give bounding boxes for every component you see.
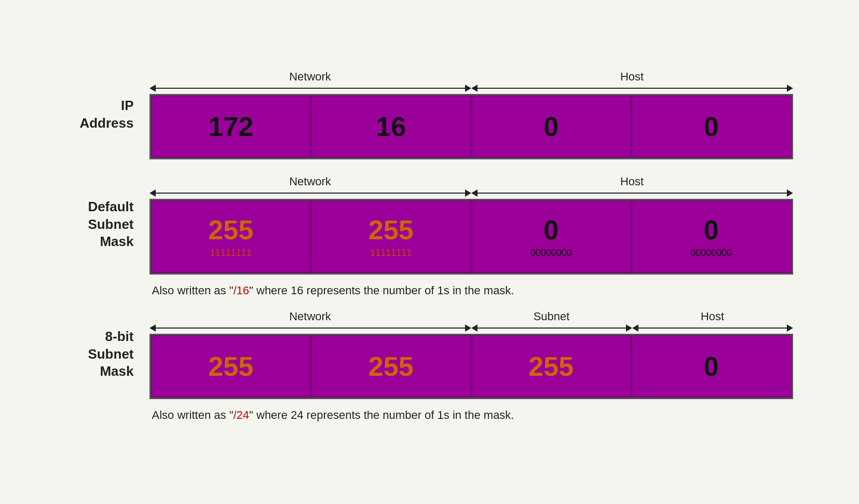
subnet-value-3: 0 <box>543 214 558 246</box>
host-label-2: Host <box>620 175 644 188</box>
8bit-box-4: 0 <box>631 335 792 398</box>
subnet-value-2: 255 <box>369 214 414 246</box>
8bit-arrow-row: Network Subnet <box>149 310 793 332</box>
8bit-host-arrow <box>632 324 793 332</box>
subnet-network-arrow <box>149 189 471 197</box>
arrow-right-5 <box>465 324 471 332</box>
8bit-boxes: 255 255 255 0 <box>149 334 793 399</box>
arrow-right-1 <box>465 85 471 92</box>
arrow-left-4 <box>471 189 478 197</box>
ip-box-2: 16 <box>311 96 471 158</box>
ip-value-1: 172 <box>208 111 253 142</box>
arrow-shaft-6 <box>478 328 626 329</box>
8bit-value-4: 0 <box>704 351 719 382</box>
network-label-2: Network <box>289 175 331 188</box>
ip-value-2: 16 <box>376 111 406 142</box>
note-text-1: Also written as "/16" where 16 represent… <box>149 284 514 297</box>
8bit-box-1: 255 <box>151 335 311 398</box>
subnet-label-3: Subnet <box>534 310 570 323</box>
8bit-subnet-row: 8-bitSubnetMask Network Subnet <box>66 310 793 399</box>
subnet-binary-2: 11111111 <box>370 248 412 258</box>
subnet-binary-3: 00000000 <box>530 248 572 258</box>
ip-box-3: 0 <box>471 96 632 158</box>
subnet-binary-4: 00000000 <box>690 248 732 258</box>
network-arrow-seg: Network <box>149 70 471 92</box>
8bit-subnet-arrow <box>471 324 632 332</box>
default-subnet-label: DefaultSubnetMask <box>66 198 149 251</box>
ip-address-row: IPAddress Network Host <box>66 70 793 159</box>
arrow-shaft-4 <box>478 193 787 194</box>
arrow-shaft-1 <box>156 88 465 89</box>
subnet-network-arrow-seg: Network <box>149 175 471 197</box>
subnet-arrow-row: Network Host <box>149 175 793 197</box>
8bit-value-3: 255 <box>528 351 574 382</box>
8bit-subnet-label: 8-bitSubnetMask <box>66 328 149 380</box>
arrow-left-1 <box>149 85 156 92</box>
arrow-left-7 <box>632 324 638 332</box>
subnet-box-2: 255 11111111 <box>311 200 471 273</box>
ip-value-3: 0 <box>543 111 558 142</box>
8bit-box-2: 255 <box>311 335 471 398</box>
arrow-right-2 <box>787 85 793 92</box>
ip-address-diagram: Network Host <box>149 70 793 159</box>
arrow-left-3 <box>149 189 156 197</box>
subnet-box-1: 255 11111111 <box>151 200 311 273</box>
host-arrow-seg: Host <box>471 70 793 92</box>
subnet-value-4: 0 <box>704 214 719 246</box>
main-container: IPAddress Network Host <box>66 70 793 434</box>
network-label-3: Network <box>289 310 331 323</box>
note-text-2: Also written as "/24" where 24 represent… <box>149 408 514 422</box>
ip-value-4: 0 <box>704 111 719 142</box>
default-subnet-diagram: Network Host <box>149 175 793 275</box>
ip-boxes: 172 16 0 0 <box>149 94 793 159</box>
subnet-box-4: 0 00000000 <box>631 200 792 273</box>
subnet-host-arrow-seg: Host <box>471 175 793 197</box>
arrow-right-6 <box>626 324 632 332</box>
note-spacer-2 <box>66 408 149 422</box>
arrow-left-2 <box>471 85 478 92</box>
note-spacer-1 <box>66 284 149 297</box>
note-row-2: Also written as "/24" where 24 represent… <box>66 408 793 422</box>
ip-box-4: 0 <box>631 96 792 158</box>
default-subnet-boxes: 255 11111111 255 11111111 0 00000000 0 0… <box>149 199 793 275</box>
8bit-host-arrow-seg: Host <box>632 310 793 332</box>
arrow-shaft-3 <box>156 193 465 194</box>
subnet-host-arrow <box>471 189 793 197</box>
host-arrow <box>471 85 793 92</box>
subnet-value-1: 255 <box>208 214 253 246</box>
arrow-left-5 <box>149 324 156 332</box>
arrow-right-4 <box>787 189 793 197</box>
note-highlight-2: /24 <box>233 408 249 421</box>
note-row-1: Also written as "/16" where 16 represent… <box>66 284 793 297</box>
arrow-right-3 <box>465 189 471 197</box>
8bit-subnet-arrow-seg: Subnet <box>471 310 632 332</box>
host-label-1: Host <box>620 70 644 84</box>
note-highlight-1: /16 <box>233 284 249 297</box>
host-label-3: Host <box>701 310 724 323</box>
ip-address-label: IPAddress <box>66 97 149 132</box>
arrow-shaft-2 <box>478 88 787 89</box>
8bit-box-3: 255 <box>471 335 632 398</box>
8bit-network-arrow-seg: Network <box>149 310 471 332</box>
default-subnet-row: DefaultSubnetMask Network Host <box>66 175 793 275</box>
arrow-shaft-5 <box>156 328 465 329</box>
8bit-network-arrow <box>149 324 471 332</box>
network-arrow <box>149 85 471 92</box>
8bit-value-2: 255 <box>369 351 414 382</box>
network-label-1: Network <box>289 70 331 84</box>
8bit-value-1: 255 <box>208 351 253 382</box>
arrow-shaft-7 <box>638 328 787 329</box>
arrow-right-7 <box>787 324 793 332</box>
subnet-binary-1: 11111111 <box>210 248 252 258</box>
ip-arrow-row: Network Host <box>149 70 793 92</box>
arrow-left-6 <box>471 324 478 332</box>
8bit-subnet-diagram: Network Subnet <box>149 310 793 399</box>
ip-box-1: 172 <box>151 96 311 158</box>
subnet-box-3: 0 00000000 <box>471 200 632 273</box>
